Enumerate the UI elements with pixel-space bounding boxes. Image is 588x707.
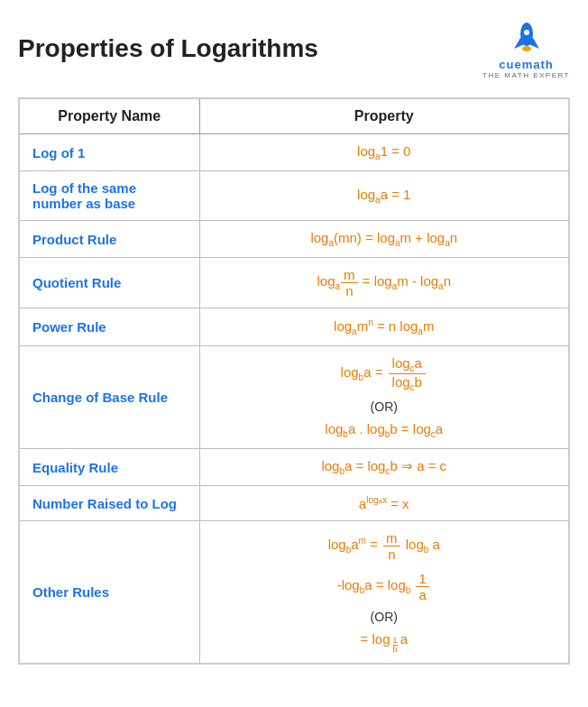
property-name: Quotient Rule [19,258,199,308]
col-header-name: Property Name [19,98,199,134]
svg-point-3 [522,46,531,51]
cuemath-logo-icon [507,18,547,58]
table-row: Quotient Rule logamn = logam - logan [19,258,569,308]
property-formula: loga(mn) = logam + logan [199,221,569,258]
brand-tagline: THE MATH EXPERT [482,71,570,79]
property-name: Other Rules [19,521,199,664]
property-formula: logaa = 1 [199,171,569,221]
properties-table: Property Name Property Log of 1 loga1 = … [18,97,570,665]
property-formula: loga1 = 0 [199,134,569,171]
brand-name: cuemath [499,58,553,71]
table-row: Power Rule logamn = n logam [19,308,569,346]
page-header: Properties of Logarithms cuemath THE MAT… [18,18,570,79]
page-title: Properties of Logarithms [18,34,318,63]
table-row: Other Rules logbam = m n logb a -logba =… [19,521,569,664]
property-name: Log of the same number as base [19,171,199,221]
property-formula: logba = logca logcb (OR) logba . logbb =… [199,346,569,449]
property-name: Power Rule [19,308,199,346]
table-row: Log of the same number as base logaa = 1 [19,171,569,221]
svg-point-4 [524,30,529,35]
table-row: Product Rule loga(mn) = logam + logan [19,221,569,258]
property-formula: alogax = x [199,486,569,521]
property-name: Change of Base Rule [19,346,199,449]
table-row: Number Raised to Log alogax = x [19,486,569,521]
property-formula: logbam = m n logb a -logba = logb 1 a [199,521,569,664]
table-row: Equality Rule logba = logcb ⇒ a = c [19,449,569,486]
property-formula: logamn = n logam [199,308,569,346]
logo-area: cuemath THE MATH EXPERT [482,18,570,79]
property-name: Log of 1 [19,134,199,171]
property-name: Product Rule [19,221,199,258]
table-row: Log of 1 loga1 = 0 [19,134,569,171]
property-formula: logba = logcb ⇒ a = c [199,449,569,486]
table-row: Change of Base Rule logba = logca logcb … [19,346,569,449]
property-name: Number Raised to Log [19,486,199,521]
property-name: Equality Rule [19,449,199,486]
property-formula: logamn = logam - logan [199,258,569,308]
col-header-property: Property [199,98,569,134]
